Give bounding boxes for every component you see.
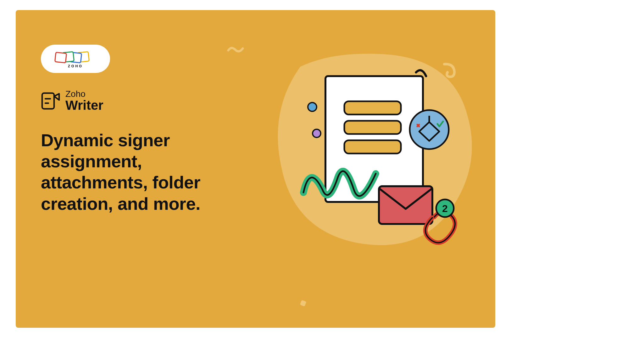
attachment-count-badge: 2 xyxy=(436,199,454,217)
dot-blue-icon xyxy=(308,103,317,111)
svg-rect-11 xyxy=(344,140,401,153)
product-identity: Zoho Writer xyxy=(41,89,103,112)
hero-illustration: 2 xyxy=(244,29,483,268)
svg-rect-14 xyxy=(379,186,432,224)
product-name: Writer xyxy=(65,98,103,112)
product-eyebrow: Zoho xyxy=(65,89,103,98)
envelope-icon xyxy=(379,186,432,224)
dot-purple-icon xyxy=(313,129,321,137)
approval-badge-icon xyxy=(410,110,449,149)
page: ZOHO Zoho Writer Dynamic sig xyxy=(0,0,644,346)
headline: Dynamic signer assignment, attachments, … xyxy=(41,130,242,214)
svg-rect-7 xyxy=(300,300,307,307)
svg-rect-10 xyxy=(344,121,401,134)
zoho-logo-text: ZOHO xyxy=(53,64,97,68)
svg-rect-4 xyxy=(42,93,54,109)
zoho-logo-pill: ZOHO xyxy=(41,45,110,73)
svg-rect-3 xyxy=(55,52,67,63)
zoho-logo-icon: ZOHO xyxy=(53,50,97,67)
svg-rect-9 xyxy=(344,101,401,114)
writer-app-icon xyxy=(41,91,60,111)
decorative-squiggle-icon xyxy=(226,45,245,55)
hero-banner: ZOHO Zoho Writer Dynamic sig xyxy=(16,10,495,328)
decorative-diamond-icon xyxy=(299,299,308,309)
svg-text:2: 2 xyxy=(442,203,448,214)
